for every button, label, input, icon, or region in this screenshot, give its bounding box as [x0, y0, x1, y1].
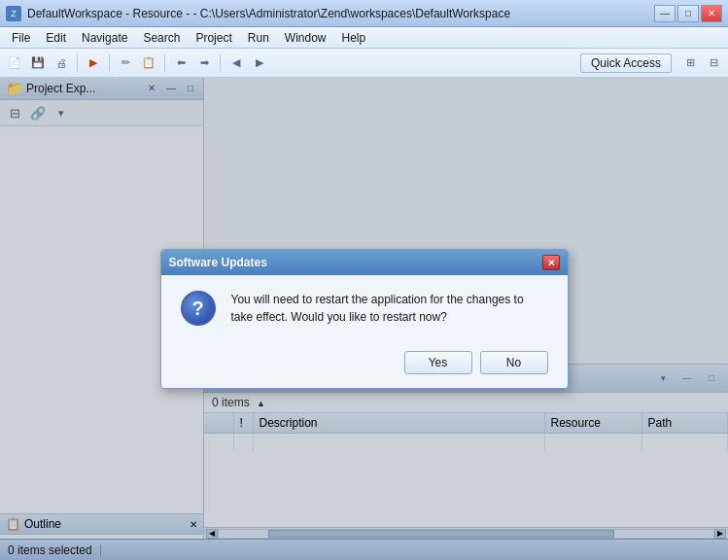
- toolbar-separator-2: [109, 54, 110, 72]
- print-button[interactable]: 🖨: [51, 52, 72, 74]
- dialog-no-button[interactable]: No: [480, 351, 548, 374]
- toolbar-btn-7[interactable]: ◀: [225, 52, 247, 74]
- toolbar-btn-5[interactable]: ⬅: [170, 52, 191, 74]
- toolbar-separator-3: [164, 54, 165, 72]
- title-bar: Z DefaultWorkspace - Resource - - C:\Use…: [0, 0, 728, 27]
- dialog-info-icon: ?: [181, 291, 216, 326]
- run-button[interactable]: ▶: [83, 52, 104, 74]
- menu-file[interactable]: File: [4, 29, 38, 47]
- menu-project[interactable]: Project: [188, 29, 239, 47]
- toolbar-btn-8[interactable]: ▶: [249, 52, 270, 74]
- main-area: 📁 Project Exp... ✕ — □ ⊟ 🔗 ▾ 📋 Outline ✕…: [0, 78, 728, 560]
- save-button[interactable]: 💾: [27, 52, 49, 74]
- toolbar-separator-1: [77, 54, 78, 72]
- menu-edit[interactable]: Edit: [38, 29, 74, 47]
- toolbar-manage-perspectives[interactable]: ⊟: [703, 52, 724, 74]
- new-button[interactable]: 📄: [4, 52, 25, 74]
- dialog-footer: Yes No: [161, 341, 568, 388]
- modal-overlay: Software Updates ✕ ? You will need to re…: [0, 78, 728, 560]
- restore-button[interactable]: □: [677, 5, 699, 22]
- minimize-button[interactable]: —: [654, 5, 676, 22]
- toolbar-btn-4[interactable]: 📋: [138, 52, 159, 74]
- toolbar: 📄 💾 🖨 ▶ ✏ 📋 ⬅ ➡ ◀ ▶ Quick Access ⊞ ⊟: [0, 49, 728, 78]
- app-icon: Z: [6, 6, 21, 21]
- dialog-title-text: Software Updates: [169, 256, 542, 269]
- dialog-close-button[interactable]: ✕: [542, 255, 560, 270]
- toolbar-btn-6[interactable]: ➡: [193, 52, 215, 74]
- window-close-button[interactable]: ✕: [701, 5, 722, 22]
- menu-search[interactable]: Search: [135, 29, 188, 47]
- dialog-yes-button[interactable]: Yes: [404, 351, 472, 374]
- toolbar-btn-3[interactable]: ✏: [115, 52, 136, 74]
- dialog-message: You will need to restart the application…: [231, 291, 548, 326]
- menu-run[interactable]: Run: [240, 29, 277, 47]
- menu-navigate[interactable]: Navigate: [74, 29, 135, 47]
- dialog-body: ? You will need to restart the applicati…: [161, 275, 568, 341]
- menu-window[interactable]: Window: [277, 29, 334, 47]
- toolbar-open-perspective[interactable]: ⊞: [679, 52, 701, 74]
- software-updates-dialog: Software Updates ✕ ? You will need to re…: [160, 249, 569, 389]
- quick-access-button[interactable]: Quick Access: [580, 53, 672, 73]
- window-title: DefaultWorkspace - Resource - - C:\Users…: [27, 7, 652, 20]
- menu-help[interactable]: Help: [334, 29, 374, 47]
- toolbar-right-group: ⊞ ⊟: [679, 52, 724, 74]
- menu-bar: File Edit Navigate Search Project Run Wi…: [0, 27, 728, 49]
- toolbar-separator-4: [220, 54, 221, 72]
- dialog-title-bar: Software Updates ✕: [161, 250, 568, 275]
